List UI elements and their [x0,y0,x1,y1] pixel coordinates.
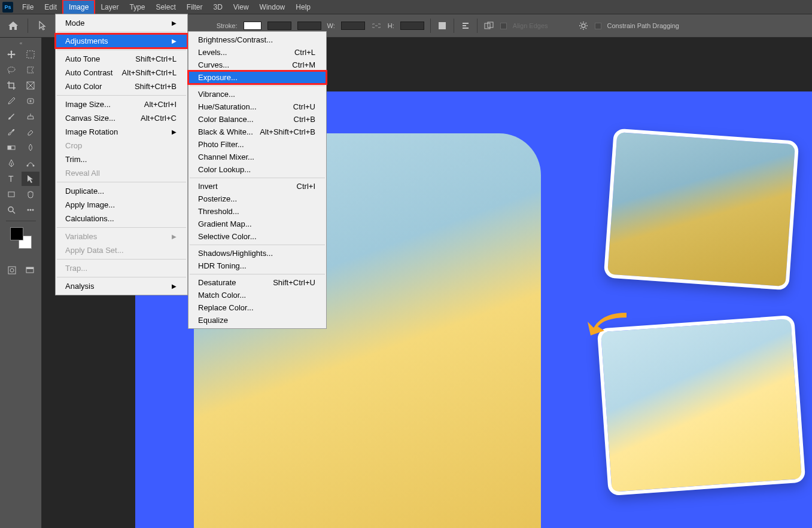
image-menu-item-duplicate[interactable]: Duplicate... [56,184,187,198]
home-icon[interactable] [5,19,22,33]
menu-separator [57,95,186,96]
image-menu-item-image-size[interactable]: Image Size...Alt+Ctrl+I [56,97,187,111]
adjustments-item-vibrance[interactable]: Vibrance... [188,88,326,100]
adjustments-item-gradient-map[interactable]: Gradient Map... [188,218,326,230]
polygon-lasso-tool[interactable] [22,63,39,77]
adjustments-item-desaturate[interactable]: DesaturateShift+Ctrl+U [188,276,326,289]
rectangle-tool[interactable] [2,187,20,202]
menu-item-label: Duplicate... [65,187,104,196]
adjustments-item-match-color[interactable]: Match Color... [188,289,326,301]
healing-brush-tool[interactable] [22,94,39,108]
lasso-tool[interactable] [2,63,20,77]
move-tool[interactable] [2,47,20,62]
image-menu-item-mode[interactable]: Mode▶ [56,16,187,30]
toolbar-expand-icon[interactable]: « [0,40,42,46]
menu-type[interactable]: Type [124,1,150,14]
image-menu-item-image-rotation[interactable]: Image Rotation▶ [56,125,187,139]
menu-help[interactable]: Help [290,1,316,14]
menu-3d[interactable]: 3D [208,1,227,14]
pen-curvature-tool[interactable] [22,156,39,170]
adjustments-item-color-lookup[interactable]: Color Lookup... [188,163,326,176]
gradient-tool[interactable] [2,141,20,155]
image-menu-item-calculations[interactable]: Calculations... [56,212,187,225]
type-tool[interactable]: T [2,172,20,186]
image-menu-item-canvas-size[interactable]: Canvas Size...Alt+Ctrl+C [56,111,187,125]
adjustments-item-threshold[interactable]: Threshold... [188,205,326,218]
width-field[interactable] [341,22,365,30]
hand-tool[interactable] [22,187,39,202]
shape-icon[interactable] [437,20,448,31]
adjustments-item-color-balance[interactable]: Color Balance...Ctrl+B [188,113,326,126]
menu-layer[interactable]: Layer [95,1,124,14]
foreground-color-swatch[interactable] [10,227,23,240]
image-menu-item-analysis[interactable]: Analysis▶ [56,279,187,293]
image-menu-item-auto-contrast[interactable]: Auto ContrastAlt+Shift+Ctrl+L [56,66,187,80]
menu-separator [190,274,325,274]
stroke-style-dropdown[interactable] [297,22,321,30]
adjustments-item-black-white[interactable]: Black & White...Alt+Shift+Ctrl+B [188,126,326,138]
menu-select[interactable]: Select [150,1,181,14]
adjustments-item-invert[interactable]: InvertCtrl+I [188,180,326,193]
blur-tool[interactable] [22,141,39,155]
boolean-icon[interactable] [483,20,494,31]
adjustments-item-curves[interactable]: Curves...Ctrl+M [188,59,326,71]
adjustments-item-levels[interactable]: Levels...Ctrl+L [188,46,326,59]
history-brush-tool[interactable] [2,125,20,139]
marquee-tool[interactable] [22,47,39,62]
eyedropper-tool[interactable] [2,94,20,108]
svg-text:T: T [8,174,14,184]
cursor-icon[interactable] [34,19,51,33]
align-icon[interactable] [460,20,471,31]
adjustments-item-equalize[interactable]: Equalize [188,314,326,326]
image-menu-item-adjustments[interactable]: Adjustments▶ [56,34,187,48]
svg-point-20 [10,268,14,272]
separator [6,221,36,221]
color-swatches[interactable] [10,227,32,249]
align-edges-checkbox[interactable] [500,23,507,29]
edit-toolbar-icon[interactable] [22,203,39,217]
image-menu-item-auto-tone[interactable]: Auto ToneShift+Ctrl+L [56,52,187,66]
menu-item-shortcut: Alt+Ctrl+I [144,100,177,109]
svg-rect-19 [8,267,16,274]
gear-icon[interactable] [578,20,589,31]
menu-image[interactable]: Image [62,0,95,15]
screen-mode-icon[interactable] [23,263,37,277]
menu-view[interactable]: View [228,1,254,14]
eraser-tool[interactable] [22,125,39,139]
menu-window[interactable]: Window [254,1,291,14]
menu-item-label: Color Lookup... [198,165,251,174]
adjustments-item-shadows-highlights[interactable]: Shadows/Highlights... [188,247,326,260]
menu-edit[interactable]: Edit [39,1,62,14]
menu-separator [57,259,186,260]
adjustments-item-hue-saturation[interactable]: Hue/Saturation...Ctrl+U [188,100,326,113]
menu-item-shortcut: Shift+Ctrl+U [273,278,315,287]
frame-tool[interactable] [22,78,39,93]
clone-stamp-tool[interactable] [22,109,39,124]
brush-tool[interactable] [2,109,20,124]
image-menu-item-trim[interactable]: Trim... [56,152,187,166]
zoom-tool[interactable] [2,203,20,217]
stroke-width-dropdown[interactable] [267,22,291,30]
adjustments-item-replace-color[interactable]: Replace Color... [188,301,326,314]
pen-tool[interactable] [2,156,20,170]
image-menu-item-apply-image[interactable]: Apply Image... [56,198,187,212]
quick-mask-icon[interactable] [5,263,19,277]
svg-point-3 [582,24,585,28]
link-icon[interactable] [371,20,382,31]
menu-filter[interactable]: Filter [181,1,208,14]
menu-file[interactable]: File [17,1,39,14]
adjustments-item-photo-filter[interactable]: Photo Filter... [188,138,326,151]
path-selection-tool[interactable] [22,172,39,186]
constrain-checkbox[interactable] [595,23,601,29]
stroke-swatch[interactable] [244,22,261,30]
adjustments-item-hdr-toning[interactable]: HDR Toning... [188,260,326,272]
adjustments-item-posterize[interactable]: Posterize... [188,193,326,205]
crop-tool[interactable] [2,78,20,93]
adjustments-item-brightness-contrast[interactable]: Brightness/Contrast... [188,33,326,46]
adjustments-item-channel-mixer[interactable]: Channel Mixer... [188,151,326,163]
image-menu-item-reveal-all: Reveal All [56,166,187,180]
adjustments-item-selective-color[interactable]: Selective Color... [188,230,326,243]
image-menu-item-auto-color[interactable]: Auto ColorShift+Ctrl+B [56,80,187,93]
height-field[interactable] [400,22,424,30]
adjustments-item-exposure[interactable]: Exposure... [188,71,326,84]
